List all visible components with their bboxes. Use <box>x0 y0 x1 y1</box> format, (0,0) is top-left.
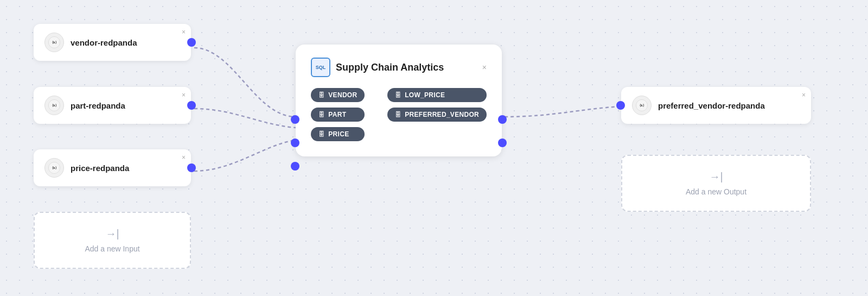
vendor-close-btn[interactable]: × <box>182 28 186 36</box>
sql-node-title: Supply Chain Analytics <box>336 62 444 73</box>
part-node: ⟨k⟩ part-redpanda × <box>34 87 191 124</box>
kafka-icon-output: ⟨k⟩ <box>632 96 652 115</box>
sql-input-columns: 🗄 VENDOR 🗄 PART 🗄 PRICE <box>311 88 365 141</box>
sql-output-connector-1[interactable] <box>498 115 507 124</box>
vendor-col-icon: 🗄 <box>318 92 324 98</box>
sql-input-connector-1[interactable] <box>291 115 299 124</box>
add-input-card[interactable]: →| Add a new Input <box>34 212 191 269</box>
vendor-output-connector[interactable] <box>187 38 196 47</box>
col-low-price[interactable]: 🗄 LOW_PRICE <box>387 88 487 102</box>
add-input-label: Add a new Input <box>85 244 139 253</box>
price-output-connector[interactable] <box>187 163 196 172</box>
output-node-label: preferred_vendor-redpanda <box>658 101 765 110</box>
kafka-icon-price: ⟨k⟩ <box>44 158 64 178</box>
sql-node: SQL Supply Chain Analytics × 🗄 VENDOR 🗄 … <box>296 45 502 156</box>
part-col-icon: 🗄 <box>318 111 324 118</box>
sql-spacer <box>373 88 378 141</box>
vendor-node-label: vendor-redpanda <box>71 38 137 47</box>
price-close-btn[interactable]: × <box>182 154 186 161</box>
sql-node-close[interactable]: × <box>482 63 487 72</box>
part-close-btn[interactable]: × <box>182 91 186 99</box>
sql-input-connector-2[interactable] <box>291 138 299 147</box>
pref-vendor-col-icon: 🗄 <box>395 111 401 118</box>
svg-text:⟨k⟩: ⟨k⟩ <box>52 103 56 107</box>
part-output-connector[interactable] <box>187 101 196 110</box>
col-preferred-vendor[interactable]: 🗄 PREFERRED_VENDOR <box>387 108 487 122</box>
output-node: ⟨k⟩ preferred_vendor-redpanda × <box>621 87 811 124</box>
col-part[interactable]: 🗄 PART <box>311 108 365 122</box>
price-node: ⟨k⟩ price-redpanda × <box>34 149 191 186</box>
svg-text:⟨k⟩: ⟨k⟩ <box>52 166 56 169</box>
sql-columns: 🗄 VENDOR 🗄 PART 🗄 PRICE 🗄 LOW_PRICE <box>311 88 487 141</box>
sql-output-connector-2[interactable] <box>498 138 507 147</box>
part-node-label: part-redpanda <box>71 101 125 110</box>
output-close-btn[interactable]: × <box>802 91 806 99</box>
sql-node-header: SQL Supply Chain Analytics × <box>311 58 487 77</box>
add-input-icon: →| <box>105 228 119 240</box>
add-output-icon: →| <box>709 171 723 183</box>
kafka-icon-vendor: ⟨k⟩ <box>44 33 64 52</box>
sql-input-connector-3[interactable] <box>291 162 299 171</box>
kafka-icon-part: ⟨k⟩ <box>44 96 64 115</box>
sql-icon: SQL <box>311 58 330 77</box>
col-price[interactable]: 🗄 PRICE <box>311 127 365 141</box>
vendor-node: ⟨k⟩ vendor-redpanda × <box>34 24 191 61</box>
add-output-card[interactable]: →| Add a new Output <box>621 155 811 212</box>
col-vendor[interactable]: 🗄 VENDOR <box>311 88 365 102</box>
output-input-connector[interactable] <box>616 101 625 110</box>
svg-text:⟨k⟩: ⟨k⟩ <box>640 103 644 107</box>
price-col-icon: 🗄 <box>318 131 324 137</box>
svg-text:⟨k⟩: ⟨k⟩ <box>52 40 56 44</box>
add-output-label: Add a new Output <box>686 187 746 196</box>
sql-output-columns: 🗄 LOW_PRICE 🗄 PREFERRED_VENDOR <box>387 88 487 141</box>
low-price-col-icon: 🗄 <box>395 92 401 98</box>
price-node-label: price-redpanda <box>71 163 129 173</box>
